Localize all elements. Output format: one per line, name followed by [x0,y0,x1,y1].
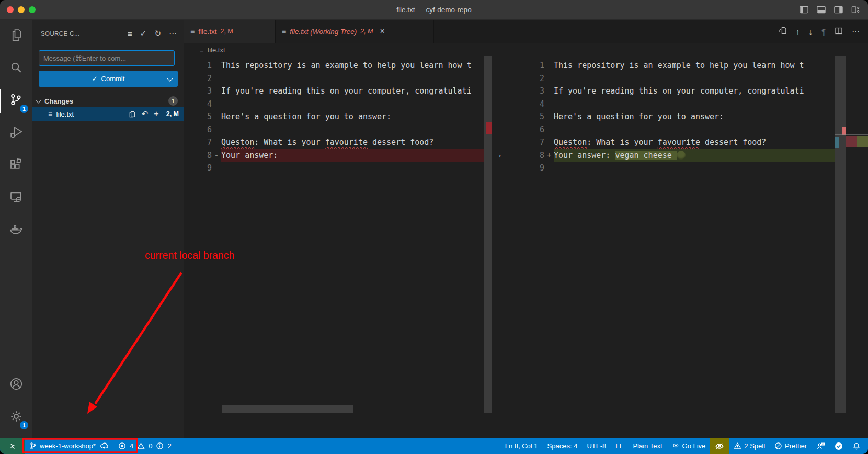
next-change-icon[interactable]: ↓ [808,27,813,36]
notifications-status-item[interactable] [848,438,868,454]
commit-check-icon[interactable]: ✓ [140,29,147,38]
discard-changes-icon[interactable]: ↶ [142,109,149,119]
commit-message-input[interactable] [39,50,175,66]
line-number: 6 [184,123,212,137]
sidebar-item-remote-explorer[interactable] [0,182,32,214]
changes-section-header[interactable]: Changes 1 [32,95,184,107]
eol-status-item[interactable]: LF [611,438,628,454]
open-changes-icon[interactable] [778,26,787,37]
sidebar-item-source-control[interactable]: 1 [0,85,32,117]
minimize-window-button[interactable] [18,6,25,13]
diff-marker: - [212,149,221,162]
indentation-status-item[interactable]: Spaces: 4 [543,438,583,454]
more-actions-icon[interactable]: ⋯ [169,29,177,38]
panel-title: SOURCE C... [41,30,80,37]
whitespace-icon[interactable]: ¶ [821,27,826,36]
code-line-7[interactable]: 7Queston: What is your favourite dessert… [184,136,484,149]
go-live-status-item[interactable]: Go Live [667,438,711,454]
code-line-9[interactable]: 9 [505,162,835,175]
line-text [554,98,835,111]
remote-icon [8,442,17,450]
code-line-3[interactable]: 3If you're reading this on your computer… [184,85,484,98]
code-line-2[interactable]: 2 [505,72,835,85]
sidebar-item-settings[interactable]: 1 [0,401,32,434]
left-editor-scrollbar[interactable] [484,56,492,413]
language-mode-status-item[interactable]: Plain Text [628,438,667,454]
code-line-4[interactable]: 4 [184,98,484,111]
toggle-secondary-sidebar-icon[interactable] [833,5,843,15]
tab-file-txt-working-tree[interactable]: ≡ file.txt (Working Tree) 2, M × [276,20,434,43]
sidebar-item-docker[interactable] [0,214,32,247]
commit-button[interactable]: ✓ Commit [39,71,178,87]
sidebar-item-extensions[interactable] [0,150,32,182]
activity-bar: 1 1 [0,20,32,438]
tab-file-txt[interactable]: ≡ file.txt 2, M [184,20,276,43]
toggle-primary-sidebar-icon[interactable] [799,5,809,15]
code-line-3[interactable]: 3If you're reading this on your computer… [505,85,835,98]
code-line-4[interactable]: 4 [505,98,835,111]
diff-marker [544,123,554,137]
diff-marker [544,98,554,111]
close-window-button[interactable] [7,6,14,13]
spell-checker-status-item[interactable]: 2 Spell [729,438,770,454]
diff-right-pane[interactable]: 1This repository is an example to help y… [505,56,835,438]
code-line-8[interactable]: 8+Your answer: vegan cheese [505,149,835,162]
view-as-list-icon[interactable]: ≡ [128,29,132,38]
code-line-1[interactable]: 1This repository is an example to help y… [505,59,835,72]
sidebar-item-accounts[interactable] [0,369,32,401]
accounts-icon [8,376,24,394]
overview-added-marker [857,136,868,147]
line-number: 7 [505,136,544,149]
stage-changes-icon[interactable]: + [154,109,158,119]
code-line-7[interactable]: 7Queston: What is your favourite dessert… [505,136,835,149]
encoding-status-item[interactable]: UTF-8 [582,438,611,454]
error-icon [118,442,126,450]
checkmark-status-item[interactable] [830,438,848,454]
prettier-status-item[interactable]: Prettier [770,438,812,454]
code-line-2[interactable]: 2 [184,72,484,85]
diff-marker [212,85,221,98]
breadcrumb[interactable]: ≡ file.txt [184,43,868,56]
diff-marker [544,72,554,85]
line-text [554,162,835,175]
revert-change-arrow-icon[interactable]: → [492,150,505,160]
problem-marker [842,127,846,135]
code-line-1[interactable]: 1This repository is an example to help y… [184,59,484,72]
hidden-eye-status-item[interactable] [710,438,729,454]
toggle-panel-icon[interactable] [816,5,826,15]
cursor-position-status-item[interactable]: Ln 8, Col 1 [500,438,543,454]
left-editor-horizontal-scrollbar[interactable] [222,405,353,413]
problems-status-item[interactable]: 4 0 2 [113,438,177,454]
sidebar-item-search[interactable] [0,52,32,85]
more-actions-icon[interactable]: ⋯ [852,27,860,36]
zoom-window-button[interactable] [29,6,36,13]
code-line-5[interactable]: 5Here's a question for you to answer: [505,110,835,123]
remote-indicator[interactable] [0,438,25,454]
refresh-icon[interactable]: ↻ [154,29,161,38]
previous-change-icon[interactable]: ↑ [796,27,800,36]
git-branch-status-item[interactable]: week-1-workshop* [25,438,113,454]
diff-marker [544,59,554,72]
remote-explorer-icon [8,189,24,207]
code-line-8[interactable]: 8-Your answer: [184,149,484,162]
chevron-down-icon[interactable] [167,75,173,81]
sidebar-item-run-debug[interactable] [0,117,32,150]
line-text: This repository is an example to help yo… [221,59,484,72]
changed-file-row[interactable]: ≡ file.txt ↶ + 2, M [32,107,184,121]
sidebar-item-explorer[interactable] [0,20,32,52]
feedback-status-item[interactable] [812,438,830,454]
check-circle-icon [835,442,843,450]
code-line-6[interactable]: 6 [505,123,835,137]
line-text: If you're reading this on your computer,… [221,85,484,98]
diff-marker [212,98,221,111]
code-line-6[interactable]: 6 [184,123,484,137]
close-icon[interactable]: × [380,27,385,36]
right-editor-scrollbar[interactable] [835,56,846,413]
customize-layout-icon[interactable] [851,5,861,15]
text-file-icon: ≡ [48,110,52,118]
diff-left-pane[interactable]: 1This repository is an example to help y… [184,56,484,438]
split-editor-icon[interactable] [835,27,843,37]
code-line-5[interactable]: 5Here's a question for you to answer: [184,110,484,123]
code-line-9[interactable]: 9 [184,162,484,175]
open-file-icon[interactable] [128,110,136,118]
